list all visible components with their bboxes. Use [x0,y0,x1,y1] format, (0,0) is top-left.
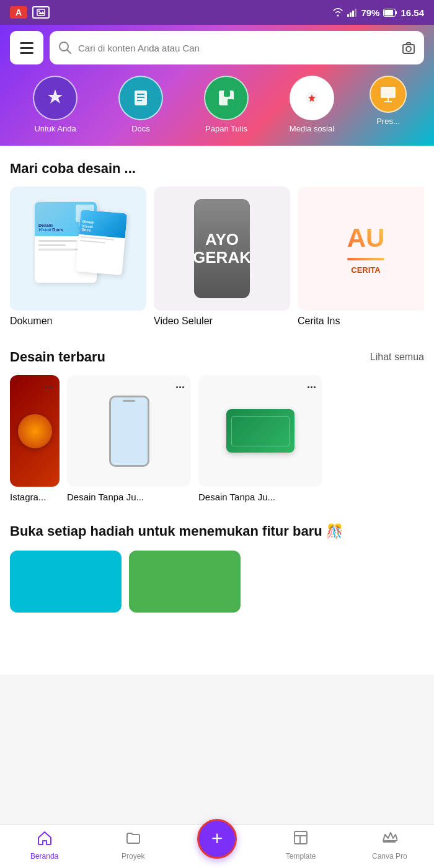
svg-point-13 [406,46,411,51]
proyek-label: Proyek [122,852,144,861]
try-design-header: Mari coba desain ... [10,161,424,177]
recent-card-phone[interactable]: ··· Desain Tanpa Ju... [67,375,191,503]
beranda-label: Beranda [30,852,58,861]
svg-rect-21 [381,87,396,98]
cerita-visual: AU CERITA [298,187,424,311]
design-card-dokumen[interactable]: DesainVisual Docs De [10,187,146,327]
unlock-title: Buka setiap hadiah untuk menemukan fitur… [10,523,424,541]
svg-line-11 [68,50,71,54]
cerita-card-image: AU CERITA [298,187,424,311]
category-papan-tulis[interactable]: Papan Tulis [195,76,257,133]
nav-template[interactable]: Template [276,830,326,861]
recent-card-green[interactable]: ··· Desain Tanpa Ju... [198,375,322,503]
status-left: A [10,6,50,19]
untuk-anda-label: Untuk Anda [34,124,76,133]
search-icon [58,41,72,55]
nav-canva-pro[interactable]: Canva Pro [365,830,414,861]
unlock-card-1[interactable] [10,551,122,613]
green-card-image: ··· [198,375,322,487]
menu-button[interactable] [10,31,43,64]
template-label: Template [286,852,316,861]
design-card-cerita[interactable]: AU CERITA Cerita Ins [298,187,424,327]
cerita-label: Cerita Ins [298,316,340,326]
dots-menu-phone[interactable]: ··· [175,381,185,394]
app-icon-a: A [10,6,27,19]
media-sosial-icon [290,76,334,120]
time-text: 16.54 [401,7,424,18]
app-icon-img [32,6,50,19]
camera-icon [402,41,415,55]
nav-beranda[interactable]: Beranda [20,830,69,861]
recent-card-instagram[interactable]: ··· Istagra... [10,375,60,503]
green-design-label: Desain Tanpa Ju... [198,492,275,502]
phone-outline [109,396,149,467]
phone-card-visual [67,375,191,487]
signal-icon [347,8,357,17]
untuk-anda-icon [33,76,78,120]
recent-cards: ··· Istagra... ··· Desain Tanpa Ju... [10,375,424,503]
svg-rect-4 [350,12,352,17]
hamburger-icon [20,42,33,54]
video-label: Video Seluler [154,316,213,326]
instagram-card-image: ··· [10,375,60,487]
category-untuk-anda[interactable]: Untuk Anda [24,76,86,133]
cerita-sub-text: CERITA [351,265,380,275]
papan-tulis-icon [204,76,249,120]
instagram-label: Istagra... [10,492,46,502]
try-design-cards: DesainVisual Docs De [10,187,424,329]
docs-label: Docs [131,124,150,133]
design-card-video[interactable]: AYOGERAK Video Seluler [154,187,290,327]
category-presentasi[interactable]: Pres... [366,76,410,133]
papan-tulis-label: Papan Tulis [205,124,247,133]
add-button[interactable]: + [197,819,237,859]
battery-text: 79% [361,7,379,18]
dokumen-label: Dokumen [10,316,52,326]
search-input[interactable] [78,43,396,53]
card-green-visual [198,375,322,487]
folder-icon [125,830,141,849]
template-icon [293,830,309,849]
video-card-image: AYOGERAK [154,187,290,311]
top-bar [10,31,424,64]
dots-menu-instagram[interactable]: ··· [44,381,53,394]
green-card [226,409,294,453]
phone-design-label: Desain Tanpa Ju... [67,492,144,502]
svg-rect-6 [355,9,356,17]
dots-menu-green[interactable]: ··· [307,381,316,394]
crown-icon [381,830,397,849]
recent-title: Desain terbaru [10,349,105,365]
category-media-sosial[interactable]: Media sosial [281,76,343,133]
svg-rect-3 [347,14,349,17]
try-design-title: Mari coba desain ... [10,161,136,177]
dokumen-card-image: DesainVisual Docs De [10,187,146,311]
svg-rect-19 [224,91,230,97]
svg-rect-20 [228,99,234,105]
svg-point-2 [38,11,40,12]
cerita-big-text: AU [347,223,385,253]
main-content: Mari coba desain ... DesainVisual Docs [0,146,434,675]
canva-pro-label: Canva Pro [372,852,407,861]
see-all-link[interactable]: Lihat semua [370,352,424,363]
category-docs[interactable]: Docs [110,76,172,133]
nav-proyek[interactable]: Proyek [108,830,158,861]
recent-section: Desain terbaru Lihat semua ··· Istagra..… [10,349,424,503]
unlock-section: Buka setiap hadiah untuk menemukan fitur… [10,523,424,613]
unlock-card-2[interactable] [129,551,241,613]
green-card-inner [231,416,290,446]
phone-card-image: ··· [67,375,191,487]
food-circle [18,414,52,448]
search-bar[interactable] [50,31,424,64]
wifi-icon [332,8,343,17]
recent-header: Desain terbaru Lihat semua [10,349,424,365]
presentasi-label: Pres... [376,117,400,126]
svg-rect-9 [396,11,397,14]
doc-sheet-secondary: DesainVisualDocs [76,210,127,275]
battery-icon [383,9,397,17]
home-icon [37,830,53,849]
video-visual: AYOGERAK [154,187,290,311]
svg-rect-12 [403,45,414,53]
presentasi-icon [370,76,407,113]
banner: Untuk Anda Docs Papan Tulis Media sosial [0,25,434,146]
unlock-cards [10,551,424,613]
bottom-nav: Beranda Proyek + Template Canva Pro [0,824,434,868]
